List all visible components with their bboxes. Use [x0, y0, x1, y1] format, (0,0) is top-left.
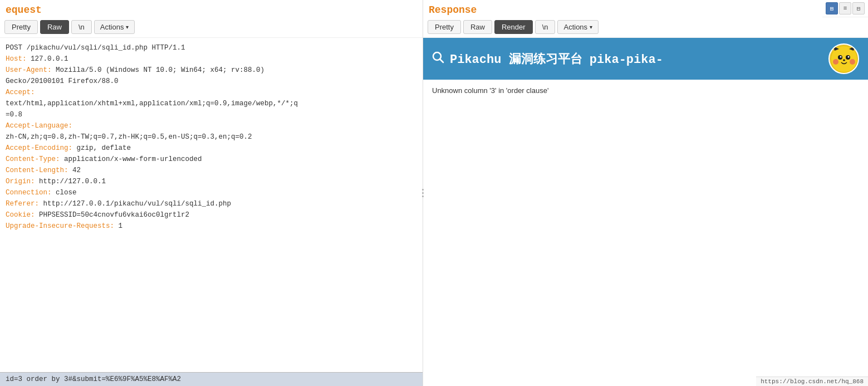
right-n-btn[interactable]: \n [535, 20, 556, 34]
request-line-accept-val2: =0.8 [6, 109, 417, 120]
request-line-referer: Referer: http://127.0.0.1/pikachu/vul/sq… [6, 198, 417, 209]
request-line-accept: Accept: [6, 87, 417, 98]
left-raw-btn[interactable]: Raw [40, 20, 69, 34]
left-toolbar: Pretty Raw \n Actions ▾ [0, 18, 423, 38]
right-pretty-btn[interactable]: Pretty [428, 20, 461, 34]
request-line-accept-val: text/html,application/xhtml+xml,applicat… [6, 98, 417, 109]
svg-point-9 [840, 56, 841, 57]
left-request-content: POST /pikachu/vul/sqli/sqli_id.php HTTP/… [0, 38, 423, 372]
left-panel-title: equest [0, 0, 423, 18]
right-actions-btn[interactable]: Actions ▾ [557, 20, 599, 34]
request-line-connection: Connection: close [6, 187, 417, 198]
right-toolbar: Pretty Raw Render \n Actions ▾ [423, 18, 868, 38]
request-line-accept-lang-val: zh-CN,zh;q=0.8,zh-TW;q=0.7,zh-HK;q=0.5,e… [6, 131, 417, 143]
view-icons: ⊞ ≡ ⊟ [822, 0, 868, 17]
request-line-cookie: Cookie: PHPSESSID=50c4cnovfu6vkai6oc0lgr… [6, 209, 417, 221]
pikachu-title: Pikachu 漏洞练习平台 pika-pika- [450, 51, 823, 67]
request-line-accept-enc: Accept-Encoding: gzip, deflate [6, 143, 417, 154]
request-line-origin: Origin: http://127.0.0.1 [6, 176, 417, 187]
left-pretty-btn[interactable]: Pretty [4, 20, 38, 34]
request-body: id=3 order by 3#&submit=%E6%9F%A5%E8%AF%… [0, 372, 423, 386]
search-icon [432, 51, 444, 66]
request-line-1: POST /pikachu/vul/sqli/sqli_id.php HTTP/… [6, 42, 417, 53]
svg-point-13 [843, 59, 845, 61]
right-render-btn[interactable]: Render [494, 20, 533, 34]
right-panel-title: Response [423, 0, 868, 18]
svg-point-12 [850, 59, 855, 65]
render-area: Pikachu 漏洞练习平台 pika-pika- [423, 38, 868, 386]
left-actions-btn[interactable]: Actions ▾ [94, 20, 135, 34]
right-raw-btn[interactable]: Raw [463, 20, 492, 34]
grid-view-icon[interactable]: ⊞ [826, 2, 838, 14]
request-line-ua: User-Agent: Mozilla/5.0 (Windows NT 10.0… [6, 65, 417, 76]
status-url: https://blog.csdn.net/hq_868 [761, 378, 864, 385]
left-n-btn[interactable]: \n [71, 20, 92, 34]
request-line-content-len: Content-Length: 42 [6, 165, 417, 176]
chevron-down-icon: ▾ [590, 24, 592, 30]
error-message: Unknown column '3' in 'order clause' [423, 80, 868, 101]
svg-point-10 [847, 56, 849, 57]
request-line-host: Host: 127.0.0.1 [6, 53, 417, 65]
small-view-icon[interactable]: ⊟ [852, 2, 865, 14]
request-line-accept-lang: Accept-Language: [6, 120, 417, 131]
svg-line-1 [440, 59, 443, 62]
panel-drag-handle[interactable] [420, 0, 425, 386]
request-line-upgrade: Upgrade-Insecure-Requests: 1 [6, 221, 417, 232]
svg-point-11 [833, 59, 838, 65]
pikachu-avatar [828, 43, 859, 74]
left-panel: equest Pretty Raw \n Actions ▾ POST /pik… [0, 0, 423, 386]
request-line-content-type: Content-Type: application/x-www-form-url… [6, 154, 417, 165]
right-panel: ⊞ ≡ ⊟ Response Pretty Raw Render \n Acti… [423, 0, 868, 386]
chevron-down-icon: ▾ [126, 24, 129, 30]
status-bar: https://blog.csdn.net/hq_868 [756, 377, 868, 386]
request-line-gecko: Gecko/20100101 Firefox/88.0 [6, 76, 417, 87]
pikachu-header: Pikachu 漏洞练习平台 pika-pika- [423, 38, 868, 80]
list-view-icon[interactable]: ≡ [839, 2, 851, 14]
